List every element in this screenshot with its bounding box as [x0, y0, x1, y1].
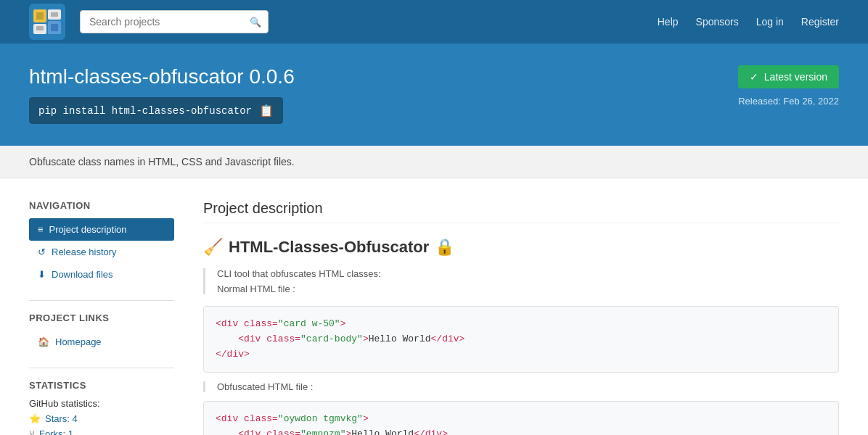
sponsors-link[interactable]: Sponsors [696, 16, 739, 28]
clock-icon: ↺ [38, 246, 46, 257]
navigation-section-title: Navigation [29, 200, 174, 211]
release-history-link[interactable]: ↺ Release history [29, 241, 174, 263]
project-links-section-title: Project links [29, 312, 174, 323]
site-logo[interactable] [29, 4, 65, 40]
code-block-1: <div class="card w-50"> <div class="card… [203, 306, 839, 373]
header-nav: Help Sponsors Log in Register [658, 16, 839, 28]
svg-rect-6 [51, 12, 58, 17]
package-header-right: ✓ Latest version Released: Feb 26, 2022 [738, 65, 839, 107]
code-block-2: <div class="oywdon tgmvkg"> <div class="… [203, 401, 839, 435]
sidebar-item-release-history[interactable]: ↺ Release history [29, 241, 174, 263]
forks-link[interactable]: Forks: 1 [39, 428, 73, 435]
search-input[interactable] [80, 10, 269, 33]
nav-project-description-label: Project description [49, 224, 127, 235]
star-icon: ⭐ [29, 413, 41, 424]
stars-link[interactable]: Stars: 4 [45, 413, 78, 424]
package-header-left: html-classes-obfuscator 0.0.6 pip instal… [29, 65, 295, 124]
nav-download-files-label: Download files [52, 269, 113, 280]
package-name-heading: 🧹 HTML-Classes-Obfuscator 🔒 [203, 238, 839, 257]
sidebar-divider-2 [29, 368, 174, 368]
project-description-section: Project description 🧹 HTML-Classes-Obfus… [203, 200, 839, 435]
download-icon: ⬇ [38, 269, 46, 280]
tagline-bar: Obfuscate class names in HTML, CSS and J… [0, 146, 868, 178]
search-form[interactable]: 🔍 [80, 10, 269, 33]
tagline-text: Obfuscate class names in HTML, CSS and J… [29, 156, 295, 167]
sidebar-item-homepage[interactable]: 🏠 Homepage [29, 331, 174, 353]
search-icon: 🔍 [250, 17, 261, 28]
login-link[interactable]: Log in [756, 16, 784, 28]
forks-stat: ⑂ Forks: 1 [29, 428, 174, 435]
site-header: 🔍 Help Sponsors Log in Register [0, 0, 868, 44]
project-links-nav: 🏠 Homepage [29, 331, 174, 353]
release-date: Released: Feb 26, 2022 [738, 96, 839, 107]
copy-pip-button[interactable]: 📋 [259, 104, 274, 117]
fork-icon: ⑂ [29, 428, 35, 435]
stars-stat: ⭐ Stars: 4 [29, 413, 174, 424]
pip-install-box: pip install html-classes-obfuscator 📋 [29, 97, 283, 124]
sidebar-nav: ≡ Project description ↺ Release history … [29, 218, 174, 286]
obfuscated-label-text: Obfuscated HTML file : [217, 381, 313, 392]
help-link[interactable]: Help [658, 16, 679, 28]
package-header: html-classes-obfuscator 0.0.6 pip instal… [0, 44, 868, 146]
obf-code-line-2: <div class="emnpzm">Hello World</div> [216, 427, 827, 435]
cli-description-blockquote: CLI tool that obfuscates HTML classes: N… [203, 268, 839, 294]
section-title: Project description [203, 200, 839, 223]
sidebar-divider-1 [29, 300, 174, 301]
homepage-label: Homepage [55, 336, 102, 347]
home-icon: 🏠 [38, 336, 49, 347]
svg-rect-5 [36, 12, 44, 20]
package-title: html-classes-obfuscator 0.0.6 [29, 65, 295, 88]
homepage-link[interactable]: 🏠 Homepage [29, 331, 174, 353]
sidebar: Navigation ≡ Project description ↺ Relea… [29, 200, 174, 435]
obf-code-line-1: <div class="oywdon tgmvkg"> [216, 412, 827, 427]
code-line-3: </div> [216, 347, 827, 362]
sidebar-item-project-description[interactable]: ≡ Project description [29, 218, 174, 241]
sidebar-item-download-files[interactable]: ⬇ Download files [29, 263, 174, 286]
github-stats-text: GitHub statistics: [29, 398, 100, 409]
package-name-text: HTML-Classes-Obfuscator [229, 238, 429, 257]
project-description-link[interactable]: ≡ Project description [29, 218, 174, 241]
lock-emoji: 🔒 [435, 238, 454, 257]
code-line-1: <div class="card w-50"> [216, 317, 827, 332]
normal-file-label: Normal HTML file : [217, 283, 839, 294]
latest-version-button[interactable]: ✓ Latest version [738, 65, 839, 88]
check-icon: ✓ [750, 71, 758, 83]
nav-release-history-label: Release history [52, 246, 117, 257]
obfuscated-blockquote: Obfuscated HTML file : [203, 381, 839, 392]
svg-rect-8 [51, 24, 58, 31]
register-link[interactable]: Register [801, 16, 839, 28]
statistics-section-title: Statistics [29, 380, 174, 391]
svg-rect-7 [36, 26, 44, 30]
code-line-2: <div class="card-body">Hello World</div> [216, 332, 827, 347]
broom-emoji: 🧹 [203, 238, 223, 257]
main-content: Navigation ≡ Project description ↺ Relea… [0, 178, 868, 435]
download-files-link[interactable]: ⬇ Download files [29, 263, 174, 286]
latest-version-label: Latest version [764, 71, 827, 83]
list-icon: ≡ [38, 224, 44, 235]
pip-install-text: pip install html-classes-obfuscator [38, 105, 252, 117]
github-stats-label: GitHub statistics: [29, 398, 174, 409]
cli-desc-text: CLI tool that obfuscates HTML classes: [217, 268, 839, 279]
